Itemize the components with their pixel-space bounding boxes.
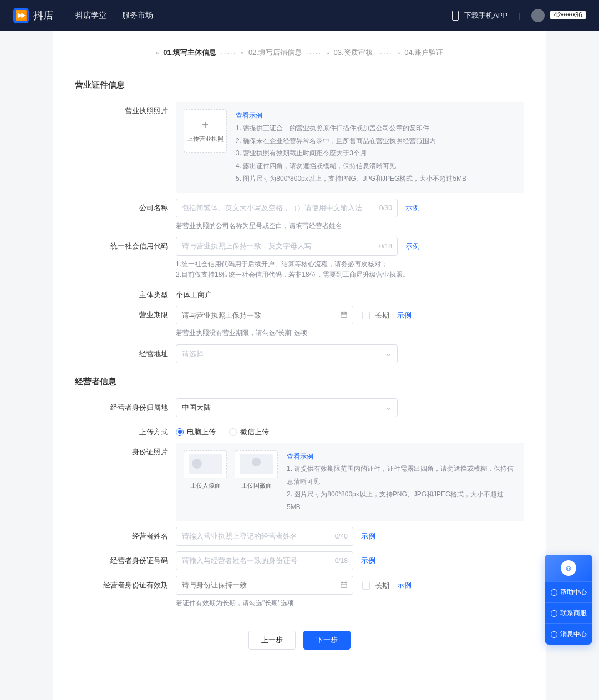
longterm-label: 长期 bbox=[375, 581, 389, 590]
name-example-link[interactable]: 示例 bbox=[361, 532, 375, 540]
upload-method-pc-radio[interactable]: 电脑上传 bbox=[176, 427, 216, 437]
hint-text: 2. 确保未在企业经营异常名录中，且所售商品在营业执照经营范围内 bbox=[236, 135, 516, 148]
id-expire-input[interactable] bbox=[176, 576, 353, 595]
help-float-panel: ☺ 帮助中心 联系商服 消息中心 bbox=[545, 555, 592, 645]
label-id-photo: 身份证照片 bbox=[75, 443, 176, 457]
chevron-icon: » bbox=[241, 50, 244, 56]
period-example-link[interactable]: 示例 bbox=[397, 311, 412, 319]
label-entity-type: 主体类型 bbox=[75, 286, 176, 300]
upload-id-front-button[interactable] bbox=[184, 450, 227, 478]
code-example-link[interactable]: 示例 bbox=[405, 242, 420, 250]
brand-logo[interactable]: ⏩ 抖店 bbox=[13, 8, 53, 23]
label-credit-code: 统一社会信用代码 bbox=[75, 237, 176, 251]
hint-text: 2. 图片尺寸为800*800px以上，支持PNG、JPG和JPEG格式，大小不… bbox=[287, 488, 516, 514]
step-4: 04.账户验证 bbox=[404, 48, 443, 58]
operator-name-input[interactable] bbox=[176, 527, 353, 546]
user-id-masked: 42••••••36 bbox=[550, 11, 586, 19]
assistant-face-icon: ☺ bbox=[561, 560, 576, 576]
divider: | bbox=[519, 12, 520, 20]
company-example-link[interactable]: 示例 bbox=[405, 204, 420, 212]
hint-text: 1. 请提供有效期限范围内的证件，证件需露出四角，请勿遮挡或模糊，保持信息清晰可… bbox=[287, 463, 516, 488]
page-container: » 01.填写主体信息 ····· » 02.填写店铺信息 ····· » 03… bbox=[53, 31, 546, 700]
help-center-button[interactable]: 帮助中心 bbox=[545, 581, 592, 602]
upload-method-wechat-radio[interactable]: 微信上传 bbox=[229, 427, 269, 437]
expire-example-link[interactable]: 示例 bbox=[397, 581, 412, 589]
business-address-select[interactable]: 请选择 ⌄ bbox=[176, 344, 398, 363]
label-operator-idno: 经营者身份证号码 bbox=[75, 551, 176, 566]
operator-idno-input[interactable] bbox=[176, 551, 353, 570]
company-help-text: 若营业执照的公司名称为星号或空白，请填写经营者姓名 bbox=[176, 221, 524, 231]
phone-icon bbox=[452, 11, 459, 21]
label-license-photo: 营业执照照片 bbox=[75, 102, 176, 116]
label-business-address: 经营地址 bbox=[75, 344, 176, 359]
credit-code-input[interactable] bbox=[176, 237, 398, 256]
id-upload-panel: 上传人像面 上传国徽面 查看示例 1. 请提供有效期限范围内的证件，证件需露出四… bbox=[176, 443, 524, 521]
hint-text: 4. 露出证件四角，请勿遮挡或模糊，保持信息清晰可见 bbox=[236, 160, 516, 173]
headset-icon bbox=[551, 610, 557, 617]
download-app-link[interactable]: 下载手机APP bbox=[452, 11, 507, 21]
expire-longterm-checkbox[interactable] bbox=[362, 582, 370, 590]
expire-help-text: 若证件有效期为长期，请勾选"长期"选项 bbox=[176, 598, 524, 608]
section-license-title: 营业证件信息 bbox=[75, 80, 524, 90]
user-menu[interactable]: 42••••••36 bbox=[531, 9, 586, 22]
view-license-example-link[interactable]: 查看示例 bbox=[236, 109, 516, 122]
float-assistant[interactable]: ☺ bbox=[545, 555, 592, 581]
upload-id-back-button[interactable] bbox=[235, 450, 278, 478]
credit-code-counter: 0/18 bbox=[379, 237, 392, 256]
chevron-down-icon: ⌄ bbox=[385, 349, 392, 358]
period-longterm-checkbox[interactable] bbox=[362, 312, 370, 319]
hint-text: 1. 需提供三证合一的营业执照原件扫描件或加盖公司公章的复印件 bbox=[236, 122, 516, 135]
logo-icon: ⏩ bbox=[13, 8, 29, 23]
company-name-input[interactable] bbox=[176, 199, 398, 217]
id-back-icon bbox=[240, 454, 273, 474]
longterm-label: 长期 bbox=[375, 311, 389, 319]
next-button[interactable]: 下一步 bbox=[303, 631, 351, 650]
operator-name-counter: 0/40 bbox=[335, 527, 348, 546]
upload-license-button[interactable]: + 上传营业执照 bbox=[184, 109, 227, 153]
top-nav: ⏩ 抖店 抖店学堂 服务市场 下载手机APP | 42••••••36 bbox=[0, 0, 599, 31]
chevron-icon: » bbox=[397, 50, 400, 56]
message-center-button[interactable]: 消息中心 bbox=[545, 623, 592, 645]
plus-icon: + bbox=[202, 119, 209, 130]
label-company-name: 公司名称 bbox=[75, 199, 176, 213]
operator-origin-select[interactable]: 中国大陆 ⌄ bbox=[176, 398, 398, 417]
brand-text: 抖店 bbox=[33, 9, 53, 22]
code-help-text: 1.统一社会信用代码用于后续开户、结算等核心流程，请务必再次核对； bbox=[176, 259, 524, 270]
avatar bbox=[531, 9, 545, 22]
chevron-icon: » bbox=[156, 50, 159, 56]
radio-icon bbox=[229, 428, 237, 436]
period-help-text: 若营业执照没有营业期限，请勾选"长期"选项 bbox=[176, 328, 524, 338]
radio-icon bbox=[176, 428, 184, 436]
step-1: 01.填写主体信息 bbox=[163, 48, 216, 58]
contact-service-button[interactable]: 联系商服 bbox=[545, 602, 592, 623]
message-icon bbox=[551, 631, 557, 638]
view-id-example-link[interactable]: 查看示例 bbox=[287, 450, 516, 463]
help-icon bbox=[551, 589, 557, 596]
license-upload-panel: + 上传营业执照 查看示例 1. 需提供三证合一的营业执照原件扫描件或加盖公司公… bbox=[176, 102, 524, 193]
nav-academy[interactable]: 抖店学堂 bbox=[75, 11, 106, 21]
section-operator-title: 经营者信息 bbox=[75, 377, 524, 387]
entity-type-value: 个体工商户 bbox=[176, 286, 524, 300]
chevron-down-icon: ⌄ bbox=[385, 403, 392, 412]
label-operator-name: 经营者姓名 bbox=[75, 527, 176, 541]
label-business-period: 营业期限 bbox=[75, 306, 176, 320]
company-name-counter: 0/30 bbox=[379, 199, 392, 217]
nav-market[interactable]: 服务市场 bbox=[122, 11, 153, 21]
chevron-icon: » bbox=[326, 50, 329, 56]
operator-idno-counter: 0/18 bbox=[335, 551, 348, 570]
hint-text: 3. 营业执照有效期截止时间距今应大于3个月 bbox=[236, 147, 516, 160]
hint-text: 5. 图片尺寸为800*800px以上，支持PNG、JPG和JPEG格式，大小不… bbox=[236, 173, 516, 185]
step-3: 03.资质审核 bbox=[334, 48, 373, 58]
step-2: 02.填写店铺信息 bbox=[248, 48, 302, 58]
label-upload-method: 上传方式 bbox=[75, 423, 176, 437]
step-indicator: » 01.填写主体信息 ····· » 02.填写店铺信息 ····· » 03… bbox=[75, 48, 524, 58]
idno-example-link[interactable]: 示例 bbox=[361, 556, 375, 565]
id-front-icon bbox=[189, 454, 222, 474]
business-period-input[interactable] bbox=[176, 306, 353, 324]
label-operator-origin: 经营者身份归属地 bbox=[75, 398, 176, 413]
code-help-text: 2.目前仅支持18位统一社会信用代码，若非18位，需要到工商局升级营业执照。 bbox=[176, 270, 524, 280]
prev-button[interactable]: 上一步 bbox=[248, 631, 296, 650]
label-id-expire: 经营者身份证有效期 bbox=[75, 576, 176, 590]
